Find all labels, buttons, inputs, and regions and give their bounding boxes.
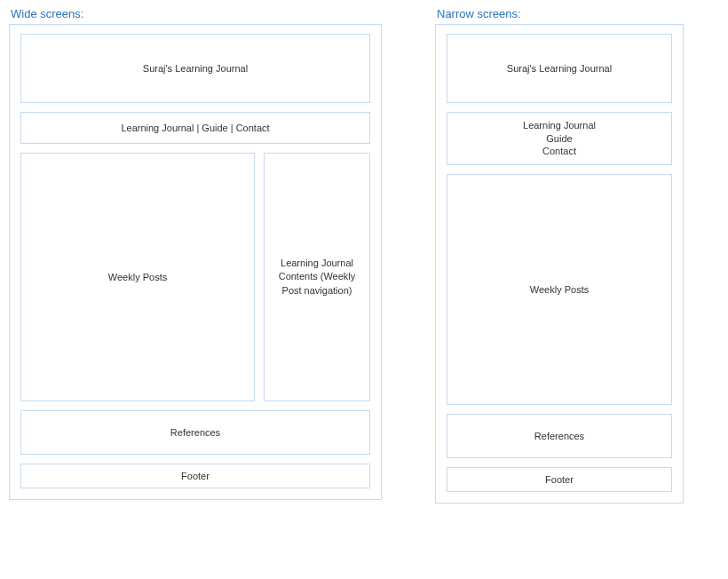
- narrow-nav-box: Learning Journal Guide Contact: [447, 112, 672, 165]
- wide-posts-label: Weekly Posts: [108, 271, 167, 284]
- wide-header-box: Suraj's Learning Journal: [20, 34, 370, 103]
- wide-frame: Suraj's Learning Journal Learning Journa…: [9, 24, 382, 500]
- narrow-nav-line2: Guide: [546, 132, 572, 146]
- wide-sidebar-box: Learning Journal Contents (Weekly Post n…: [264, 153, 370, 401]
- narrow-header-box: Suraj's Learning Journal: [447, 34, 672, 103]
- narrow-column: Narrow screens: Suraj's Learning Journal…: [435, 7, 684, 504]
- wide-posts-box: Weekly Posts: [20, 153, 255, 401]
- narrow-heading: Narrow screens:: [437, 7, 684, 20]
- wide-header-label: Suraj's Learning Journal: [143, 62, 248, 75]
- wide-references-box: References: [20, 410, 370, 455]
- wide-references-label: References: [170, 426, 220, 440]
- narrow-references-box: References: [447, 414, 672, 458]
- narrow-posts-box: Weekly Posts: [447, 174, 672, 405]
- wide-sidebar-label: Learning Journal Contents (Weekly Post n…: [268, 257, 366, 297]
- wireframe-row: Wide screens: Suraj's Learning Journal L…: [9, 7, 719, 504]
- wide-footer-label: Footer: [181, 470, 210, 483]
- wide-column: Wide screens: Suraj's Learning Journal L…: [9, 7, 382, 500]
- narrow-footer-box: Footer: [447, 467, 672, 492]
- narrow-frame: Suraj's Learning Journal Learning Journa…: [435, 24, 684, 504]
- narrow-posts-label: Weekly Posts: [530, 283, 589, 297]
- wide-heading: Wide screens:: [11, 7, 382, 20]
- wide-content-row: Weekly Posts Learning Journal Contents (…: [20, 153, 370, 401]
- narrow-nav-line1: Learning Journal: [523, 119, 596, 132]
- narrow-header-label: Suraj's Learning Journal: [507, 62, 612, 75]
- wide-nav-label: Learning Journal | Guide | Contact: [121, 122, 269, 135]
- narrow-footer-label: Footer: [545, 473, 574, 487]
- wide-footer-box: Footer: [20, 464, 370, 488]
- narrow-nav-line3: Contact: [542, 145, 576, 158]
- wide-nav-box: Learning Journal | Guide | Contact: [20, 112, 370, 144]
- narrow-references-label: References: [534, 430, 584, 443]
